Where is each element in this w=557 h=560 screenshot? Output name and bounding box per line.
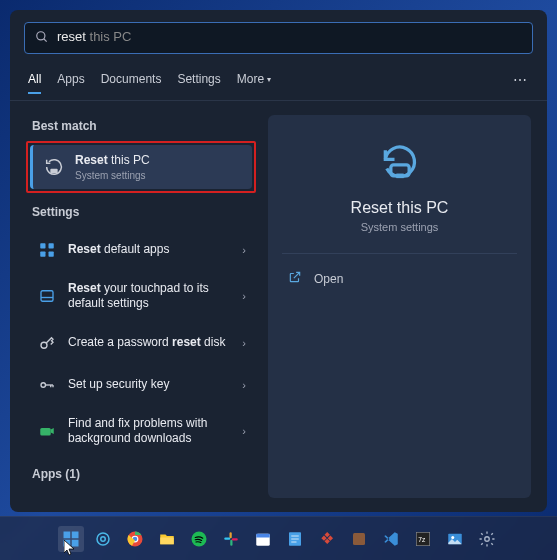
section-apps[interactable]: Apps (1)	[32, 467, 250, 481]
svg-point-43	[484, 536, 489, 541]
section-best-match: Best match	[32, 119, 250, 133]
svg-rect-7	[41, 291, 53, 302]
svg-rect-26	[160, 537, 174, 544]
search-bar[interactable]: reset this PC	[24, 22, 533, 54]
taskbar-photos-icon[interactable]	[442, 526, 468, 552]
result-title: Reset this PC	[75, 153, 242, 169]
search-tabs: All Apps Documents Settings More ▾ ⋯	[10, 62, 547, 101]
chevron-right-icon: ›	[242, 379, 246, 391]
taskbar-app-red-icon[interactable]: ❖	[314, 526, 340, 552]
taskbar-cortana-icon[interactable]	[90, 526, 116, 552]
svg-rect-6	[49, 251, 54, 256]
preview-reset-icon	[282, 141, 517, 185]
security-key-icon	[36, 374, 58, 396]
taskbar-vscode-icon[interactable]	[378, 526, 404, 552]
svg-rect-38	[353, 533, 365, 545]
svg-rect-33	[256, 533, 270, 537]
svg-line-1	[44, 38, 47, 41]
svg-point-0	[37, 31, 45, 39]
svg-rect-29	[224, 537, 230, 539]
taskbar-explorer-icon[interactable]	[154, 526, 180, 552]
touchpad-icon	[36, 285, 58, 307]
search-panel: reset this PC All Apps Documents Setting…	[10, 10, 547, 512]
action-open[interactable]: Open	[282, 260, 517, 297]
svg-rect-31	[231, 538, 237, 540]
open-icon	[288, 270, 302, 287]
taskbar: ❖ 7z	[0, 516, 557, 560]
svg-rect-20	[71, 539, 78, 546]
search-icon	[35, 30, 49, 47]
taskbar-slack-icon[interactable]	[218, 526, 244, 552]
svg-point-22	[100, 536, 105, 541]
chevron-right-icon: ›	[242, 244, 246, 256]
troubleshoot-icon	[36, 420, 58, 442]
taskbar-notes-icon[interactable]	[282, 526, 308, 552]
best-match-highlight: Reset this PC System settings	[26, 141, 256, 193]
svg-rect-28	[229, 532, 231, 538]
taskbar-spotify-icon[interactable]	[186, 526, 212, 552]
result-reset-default-apps[interactable]: Reset default apps ›	[26, 229, 256, 271]
svg-point-10	[41, 383, 46, 388]
preview-pane: Reset this PC System settings Open	[268, 115, 531, 498]
svg-point-21	[97, 533, 109, 545]
taskbar-7zip-icon[interactable]: 7z	[410, 526, 436, 552]
svg-text:7z: 7z	[418, 535, 426, 542]
svg-rect-18	[71, 531, 78, 538]
result-reset-this-pc[interactable]: Reset this PC System settings	[30, 145, 252, 189]
result-subtitle: System settings	[75, 170, 242, 181]
apps-icon	[36, 239, 58, 261]
tab-apps[interactable]: Apps	[57, 66, 84, 94]
result-password-reset-disk[interactable]: Create a password reset disk ›	[26, 322, 256, 364]
chevron-right-icon: ›	[242, 337, 246, 349]
result-security-key[interactable]: Set up security key ›	[26, 364, 256, 406]
chevron-down-icon: ▾	[267, 75, 271, 84]
divider	[282, 253, 517, 254]
results-list: Best match Reset this PC System settings	[26, 115, 256, 498]
svg-point-42	[451, 536, 454, 539]
taskbar-settings-icon[interactable]	[474, 526, 500, 552]
svg-rect-4	[49, 243, 54, 248]
result-fix-downloads[interactable]: Find and fix problems with background do…	[26, 406, 256, 457]
section-settings: Settings	[32, 205, 250, 219]
key-icon	[36, 332, 58, 354]
reset-pc-icon	[43, 156, 65, 178]
svg-rect-2	[50, 169, 57, 174]
tab-all[interactable]: All	[28, 66, 41, 94]
preview-subtitle: System settings	[282, 221, 517, 233]
preview-title: Reset this PC	[282, 199, 517, 217]
taskbar-app-brown-icon[interactable]	[346, 526, 372, 552]
chevron-right-icon: ›	[242, 425, 246, 437]
chevron-right-icon: ›	[242, 290, 246, 302]
tab-settings[interactable]: Settings	[177, 66, 220, 94]
result-reset-touchpad[interactable]: Reset your touchpad to its default setti…	[26, 271, 256, 322]
tab-documents[interactable]: Documents	[101, 66, 162, 94]
more-options-icon[interactable]: ⋯	[513, 72, 529, 88]
svg-rect-14	[40, 428, 51, 436]
taskbar-chrome-icon[interactable]	[122, 526, 148, 552]
svg-rect-19	[63, 539, 70, 546]
svg-rect-5	[40, 251, 45, 256]
svg-point-9	[41, 342, 47, 348]
svg-rect-3	[40, 243, 45, 248]
tab-more[interactable]: More ▾	[237, 66, 271, 94]
taskbar-calendar-icon[interactable]	[250, 526, 276, 552]
svg-rect-17	[63, 531, 70, 538]
svg-rect-30	[230, 539, 232, 545]
search-input[interactable]	[57, 31, 225, 46]
start-button[interactable]	[58, 526, 84, 552]
